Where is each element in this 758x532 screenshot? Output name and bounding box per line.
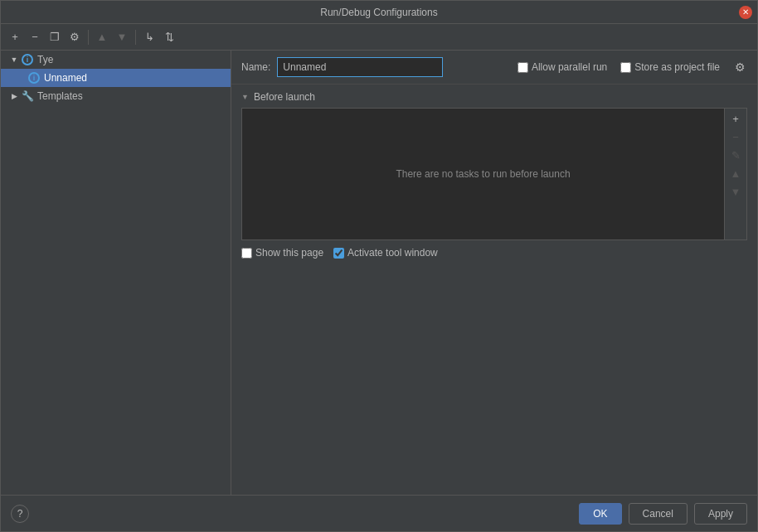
bl-edit-button[interactable]: ✎ [727,147,744,163]
settings-button[interactable]: ⚙ [66,28,84,46]
toolbar: + − ❐ ⚙ ▲ ▼ ↳ ⇅ [1,24,757,51]
title-bar: Run/Debug Configurations ✕ [1,1,757,24]
close-button[interactable]: ✕ [739,6,752,19]
before-launch-label: Before launch [254,91,315,103]
sidebar-item-tye[interactable]: ▼ i Tye [1,51,231,69]
toolbar-separator-2 [135,30,136,45]
bl-add-button[interactable]: + [727,110,744,127]
apply-button[interactable]: Apply [694,503,747,525]
activate-tool-checkbox[interactable] [333,248,344,259]
show-page-checkbox[interactable] [241,248,252,259]
bl-up-button[interactable]: ▲ [727,165,744,181]
remove-button[interactable]: − [26,28,44,46]
unnamed-label: Unnamed [44,72,87,84]
before-launch-section: ▼ Before launch There are no tasks to ru… [231,85,757,495]
show-page-checkbox-label: Show this page [241,247,323,259]
help-label: ? [17,508,23,520]
gear-button[interactable]: ⚙ [733,60,747,74]
toolbar-separator-1 [88,30,89,45]
allow-parallel-checkbox-label: Allow parallel run [517,61,607,73]
before-launch-list: There are no tasks to run before launch [241,108,724,240]
sidebar-item-unnamed[interactable]: i Unnamed [1,69,231,87]
move-down-button[interactable]: ▼ [113,28,131,46]
no-tasks-text: There are no tasks to run before launch [396,168,570,180]
apply-label: Apply [708,508,733,520]
bl-down-button[interactable]: ▼ [727,183,744,200]
store-project-label: Store as project file [634,61,720,73]
sidebar: ▼ i Tye i Unnamed ▶ 🔧 Templates [1,51,231,495]
checkboxes-row: Allow parallel run Store as project file… [517,60,747,74]
unnamed-icon: i [27,71,41,85]
add-button[interactable]: + [6,28,24,46]
before-launch-arrow: ▼ [241,93,249,101]
copy-button[interactable]: ❐ [46,28,64,46]
before-launch-toolbar: + − ✎ ▲ ▼ [724,108,747,240]
ok-label: OK [593,508,607,520]
tye-icon: i [21,53,34,66]
name-input[interactable] [277,57,443,77]
templates-expand-arrow: ▶ [7,89,21,103]
ok-button[interactable]: OK [579,503,621,525]
name-label: Name: [241,61,270,73]
bottom-bar: ? OK Cancel Apply [1,495,757,531]
run-debug-dialog: Run/Debug Configurations ✕ + − ❐ ⚙ ▲ ▼ ↳… [0,0,758,532]
cancel-label: Cancel [643,508,673,520]
allow-parallel-checkbox[interactable] [517,62,528,73]
dialog-title: Run/Debug Configurations [320,7,437,18]
bl-remove-button[interactable]: − [727,128,744,145]
options-row: Show this page Activate tool window [241,247,747,259]
cancel-button[interactable]: Cancel [629,503,688,525]
store-project-checkbox-label: Store as project file [620,61,720,73]
activate-tool-checkbox-label: Activate tool window [333,247,438,259]
name-row: Name: Allow parallel run Store as projec… [231,51,757,85]
templates-label: Templates [37,90,83,102]
content-area: Name: Allow parallel run Store as projec… [231,51,757,495]
action-buttons: OK Cancel Apply [579,503,747,525]
sidebar-item-templates[interactable]: ▶ 🔧 Templates [1,87,231,105]
allow-parallel-label: Allow parallel run [532,61,607,73]
tye-collapse-arrow: ▼ [7,53,21,66]
tye-label: Tye [37,54,53,65]
before-launch-panel: There are no tasks to run before launch … [241,108,747,240]
main-area: ▼ i Tye i Unnamed ▶ 🔧 Templates [1,51,757,495]
store-project-checkbox[interactable] [620,62,631,73]
move-into-button[interactable]: ↳ [140,28,158,46]
help-button[interactable]: ? [11,505,29,523]
show-page-label: Show this page [255,247,323,259]
activate-tool-label: Activate tool window [347,247,438,259]
move-up-button[interactable]: ▲ [93,28,111,46]
sort-button[interactable]: ⇅ [160,28,178,46]
before-launch-header: ▼ Before launch [241,91,747,103]
templates-icon: 🔧 [21,89,34,103]
